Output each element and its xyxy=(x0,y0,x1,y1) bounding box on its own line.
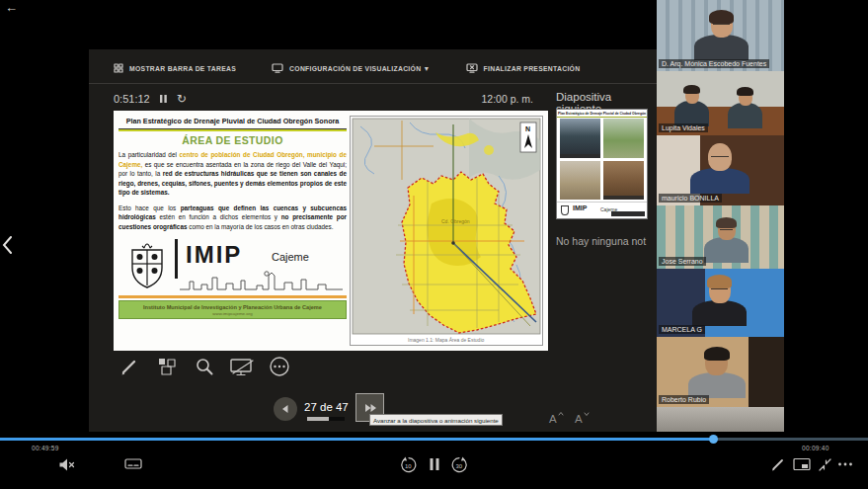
slide-progress-bar xyxy=(307,417,345,421)
video-seek-fill xyxy=(0,438,714,441)
presentation-timer: 0:51:12 xyxy=(114,93,150,105)
thumbnail-photo-grid xyxy=(560,119,644,200)
thumbnail-photo xyxy=(603,161,644,201)
skip-back-amount: 10 xyxy=(405,463,412,469)
slide-title: Plan Estratégico de Drenaje Pluvial de C… xyxy=(118,114,347,129)
current-slide: Plan Estratégico de Drenaje Pluvial de C… xyxy=(114,111,548,351)
presenter-toolbar: MOSTRAR BARRA DE TAREAS CONFIGURACIÓN DE… xyxy=(114,57,580,79)
picture-in-picture-button[interactable] xyxy=(793,455,811,473)
participant-name: Roberto Rubio xyxy=(659,395,709,404)
next-icon xyxy=(363,403,377,413)
end-presentation-icon xyxy=(466,63,478,73)
skip-forward-amount: 30 xyxy=(455,463,462,469)
decrease-notes-text-button: A xyxy=(575,405,596,425)
all-slides-icon xyxy=(154,354,180,379)
volume-muted-button[interactable] xyxy=(57,455,75,473)
previous-icon xyxy=(280,404,290,414)
participant-video xyxy=(728,89,762,128)
cajeme-wordmark: Cajeme xyxy=(272,251,309,263)
thumbnail-photo xyxy=(560,161,600,201)
skip-forward-30-button[interactable]: 30 xyxy=(450,455,468,473)
previous-video-chevron-icon[interactable] xyxy=(1,235,14,259)
imip-logo: IMIP Cajeme xyxy=(118,237,347,292)
captions-button[interactable] xyxy=(124,455,142,473)
city-skyline-sketch xyxy=(180,270,343,291)
clock: 12:00 p. m. xyxy=(469,93,533,105)
participant-video xyxy=(704,219,749,263)
imip-shield-icon xyxy=(124,238,170,291)
banner-top-rule xyxy=(118,295,347,298)
participant-tile: Lupita Vidales xyxy=(657,71,784,135)
video-seek-bar[interactable] xyxy=(0,438,868,441)
participant-video xyxy=(674,87,709,126)
imip-wordmark: IMIP xyxy=(186,241,242,269)
taskbar-grid-icon xyxy=(114,63,123,73)
more-actions-button[interactable] xyxy=(836,455,854,473)
participant-name: D. Arq. Mónica Escobedo Fuentes xyxy=(659,59,769,68)
participant-tile: D. Arq. Mónica Escobedo Fuentes xyxy=(657,0,784,71)
pause-button[interactable] xyxy=(426,455,443,473)
photo-caption-strip xyxy=(603,196,644,200)
elapsed-time: 00:49:59 xyxy=(32,445,59,451)
black-screen-icon xyxy=(229,354,255,379)
slide-paragraph-2: Esto hace que los parteaguas que definen… xyxy=(118,204,347,232)
magnifier-icon xyxy=(192,354,217,379)
previous-slide-button xyxy=(274,397,297,421)
thumbnail-photo xyxy=(560,119,600,158)
participant-name: mauricio BONILLA xyxy=(659,194,722,203)
end-presentation-label: FINALIZAR PRESENTACIÓN xyxy=(484,65,581,72)
video-player-stage[interactable]: ← MOSTRAR BARRA DE TAREAS CONFIGURACIÓN … xyxy=(0,0,868,489)
participant-video xyxy=(688,349,746,398)
display-settings-label: CONFIGURACIÓN DE VISUALIZACIÓN ▼ xyxy=(289,65,430,72)
institute-name: Instituto Municipal de Investigación y P… xyxy=(123,304,342,310)
back-arrow-icon[interactable]: ← xyxy=(5,0,18,15)
show-taskbar-button: MOSTRAR BARRA DE TAREAS xyxy=(114,63,236,73)
pause-timer-icon xyxy=(159,94,168,104)
slide-progress-fill xyxy=(307,417,329,421)
restart-timer-icon: ↻ xyxy=(177,92,187,106)
pen-tool-icon xyxy=(117,354,142,379)
participant-tile: Jose Serrano xyxy=(657,205,784,269)
study-area-map: Cd. Obregón N Imagen 1.1: Mapa Área de E… xyxy=(350,116,543,346)
decrease-text-label: A xyxy=(575,413,583,425)
video-seek-knob[interactable] xyxy=(709,435,718,444)
thumbnail-imip: IMIP xyxy=(573,204,587,211)
participant-tile: Roberto Rubio xyxy=(657,337,784,407)
svg-text:N: N xyxy=(525,125,530,132)
p2-text: como en la mayoría de los casos en otras… xyxy=(187,223,333,230)
p2-text: Esto hace que los xyxy=(118,204,181,211)
toolbar-separator xyxy=(89,83,657,84)
participant-tile: mauricio BONILLA xyxy=(657,135,784,205)
annotate-pen-button[interactable] xyxy=(769,455,787,473)
slide-title-rule xyxy=(118,129,347,131)
logo-divider xyxy=(175,239,178,279)
map-city-label: Cd. Obregón xyxy=(441,218,470,224)
presenter-view-panel: MOSTRAR BARRA DE TAREAS CONFIGURACIÓN DE… xyxy=(89,49,657,432)
photo-caption-strip xyxy=(560,154,600,158)
participant-tile: MARCELA G xyxy=(657,269,784,337)
next-slide-thumbnail: Plan Estratégico de Drenaje Pluvial de C… xyxy=(556,109,648,219)
north-arrow-icon: N xyxy=(520,122,536,152)
participant-video xyxy=(692,277,747,326)
participant-tile-partial xyxy=(657,407,784,432)
show-taskbar-label: MOSTRAR BARRA DE TAREAS xyxy=(129,65,236,72)
p1-text: La particularidad del xyxy=(118,151,179,158)
p2-text: estén en función a dichos elementos y xyxy=(156,213,281,220)
participant-video xyxy=(690,143,750,194)
thumbnail-photo xyxy=(603,119,644,158)
more-options-icon xyxy=(267,354,292,379)
next-slide-tooltip: Avanzar a la diapositiva o animación sig… xyxy=(369,414,503,426)
participant-name: Jose Serrano xyxy=(659,257,706,266)
increase-notes-text-button: A xyxy=(549,405,571,425)
map-caption: Imagen 1.1: Mapa Área de Estudio xyxy=(408,337,484,343)
exit-fullscreen-button[interactable] xyxy=(816,455,833,473)
caret-down-icon xyxy=(584,411,590,417)
participant-name: MARCELA G xyxy=(659,325,705,334)
thumbnail-title: Plan Estratégico de Drenaje Pluvial de C… xyxy=(557,110,647,118)
thumbnail-shield-icon xyxy=(561,205,569,215)
skip-back-10-button[interactable]: 10 xyxy=(399,455,417,473)
display-settings-icon xyxy=(272,63,283,73)
notes-placeholder: No hay ninguna not xyxy=(556,235,646,247)
slide-heading: ÁREA DE ESTUDIO xyxy=(118,134,347,146)
annotation-toolbar xyxy=(117,354,292,379)
